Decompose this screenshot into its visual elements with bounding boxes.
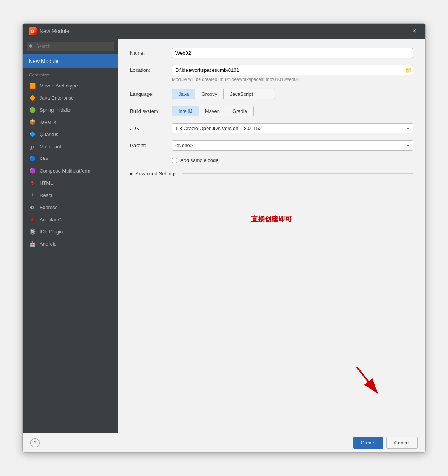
sidebar-item-ktor[interactable]: 🔵 Ktor — [23, 152, 118, 165]
sidebar-item-label: Quarkus — [40, 132, 58, 137]
sidebar: New Module Generators 🟧 Maven Archetype … — [23, 39, 118, 433]
parent-select-wrapper: <None> — [172, 140, 413, 151]
language-more-button[interactable]: + — [259, 89, 275, 99]
new-module-dialog: IJ New Module ✕ New Module Generators 🟧 … — [22, 23, 426, 453]
javafx-icon: 📦 — [29, 119, 36, 125]
annotation-text: 直接创建即可 — [130, 214, 413, 224]
close-button[interactable]: ✕ — [410, 27, 419, 35]
sidebar-item-label: Angular CLI — [40, 217, 66, 222]
maven-archetype-icon: 🟧 — [29, 82, 36, 89]
advanced-chevron-icon: ▶ — [130, 171, 133, 176]
build-system-row: Build system: IntelliJ Maven Gradle — [130, 106, 413, 116]
html-icon: 5 — [29, 179, 36, 186]
sidebar-item-javafx[interactable]: 📦 JavaFX — [23, 116, 118, 128]
sample-code-label[interactable]: Add sample code — [180, 157, 218, 163]
generators-label: Generators — [23, 68, 118, 79]
sidebar-item-label: IDE Plugin — [40, 229, 63, 235]
arrow-annotation — [349, 363, 387, 402]
svg-line-1 — [357, 367, 378, 393]
search-wrapper — [27, 42, 114, 51]
sidebar-item-ide-plugin[interactable]: 🔘 IDE Plugin — [23, 225, 118, 238]
sidebar-item-android[interactable]: 🤖 Android — [23, 238, 118, 250]
browse-folder-button[interactable]: 📁 — [405, 67, 411, 73]
sidebar-item-quarkus[interactable]: 🔷 Quarkus — [23, 128, 118, 140]
build-system-label: Build system: — [130, 106, 172, 114]
build-system-control: IntelliJ Maven Gradle — [172, 106, 413, 116]
sidebar-item-label: Android — [40, 241, 57, 247]
sample-code-checkbox[interactable] — [172, 158, 177, 163]
arrow-svg — [349, 363, 387, 401]
sidebar-item-label: Compose Multiplatform — [40, 168, 91, 174]
jdk-control: 1.8 Oracle OpenJDK version 1.8.0_152 — [172, 123, 413, 133]
location-input[interactable] — [172, 65, 413, 75]
jdk-row: JDK: 1.8 Oracle OpenJDK version 1.8.0_15… — [130, 123, 413, 133]
parent-select[interactable]: <None> — [172, 140, 413, 151]
location-control: 📁 Module will be created in: D:\ideawork… — [172, 65, 413, 82]
sidebar-item-label: Ktor — [40, 156, 49, 162]
language-javascript-button[interactable]: JavaScript — [224, 89, 259, 99]
language-control: Java Groovy JavaScript + — [172, 89, 413, 99]
ide-plugin-icon: 🔘 — [29, 228, 36, 235]
language-java-button[interactable]: Java — [172, 89, 195, 99]
advanced-settings-label: Advanced Settings — [135, 171, 176, 176]
app-icon: IJ — [29, 27, 37, 35]
language-row: Language: Java Groovy JavaScript + — [130, 89, 413, 99]
search-box — [23, 39, 118, 54]
cancel-button[interactable]: Cancel — [386, 437, 418, 449]
sidebar-item-react[interactable]: ⚛ React — [23, 189, 118, 201]
sidebar-item-java-enterprise[interactable]: 🔶 Java Enterprise — [23, 92, 118, 104]
sidebar-item-label: HTML — [40, 180, 53, 186]
create-button[interactable]: Create — [353, 437, 383, 449]
sample-code-row: Add sample code — [172, 157, 413, 163]
java-enterprise-icon: 🔶 — [29, 94, 36, 101]
parent-control: <None> — [172, 140, 413, 151]
jdk-select[interactable]: 1.8 Oracle OpenJDK version 1.8.0_152 — [172, 123, 413, 133]
parent-label: Parent: — [130, 140, 172, 148]
sidebar-item-label: Java Enterprise — [40, 95, 74, 101]
location-hint: Module will be created in: D:\ideaworksp… — [172, 77, 413, 82]
sidebar-item-label: Micronaut — [40, 144, 61, 149]
advanced-settings-row[interactable]: ▶ Advanced Settings — [130, 171, 413, 176]
name-label: Name: — [130, 48, 172, 56]
dialog-body: New Module Generators 🟧 Maven Archetype … — [23, 39, 425, 433]
sidebar-item-label: JavaFX — [40, 119, 56, 125]
sidebar-item-express[interactable]: ex Express — [23, 201, 118, 213]
build-gradle-button[interactable]: Gradle — [226, 106, 253, 116]
sidebar-item-label: Express — [40, 205, 57, 210]
help-button[interactable]: ? — [30, 438, 40, 447]
sidebar-item-angular-cli[interactable]: ▲ Angular CLI — [23, 213, 118, 225]
name-input[interactable] — [172, 48, 413, 58]
title-bar-left: IJ New Module — [29, 27, 69, 35]
main-content: Name: Location: 📁 Module will be created… — [118, 39, 425, 433]
express-icon: ex — [29, 204, 36, 211]
sidebar-item-html[interactable]: 5 HTML — [23, 177, 118, 189]
sidebar-active-item[interactable]: New Module — [23, 54, 118, 68]
sidebar-item-spring-initializr[interactable]: 🟢 Spring Initializr — [23, 104, 118, 116]
sidebar-item-micronaut[interactable]: μ Micronaut — [23, 140, 118, 152]
dialog-footer: ? Create Cancel — [23, 433, 425, 452]
sidebar-item-maven-archetype[interactable]: 🟧 Maven Archetype — [23, 79, 118, 92]
footer-buttons: Create Cancel — [353, 437, 418, 449]
language-groovy-button[interactable]: Groovy — [195, 89, 224, 99]
sidebar-item-label: Spring Initializr — [40, 107, 72, 113]
ktor-icon: 🔵 — [29, 155, 36, 162]
build-intellij-button[interactable]: IntelliJ — [172, 106, 199, 116]
sidebar-item-compose-multiplatform[interactable]: 🟣 Compose Multiplatform — [23, 165, 118, 177]
name-control — [172, 48, 413, 58]
language-label: Language: — [130, 89, 172, 97]
sidebar-item-label: Maven Archetype — [40, 83, 78, 89]
spring-initializr-icon: 🟢 — [29, 106, 36, 113]
parent-row: Parent: <None> — [130, 140, 413, 151]
compose-icon: 🟣 — [29, 167, 36, 174]
search-input[interactable] — [27, 42, 114, 51]
build-system-button-group: IntelliJ Maven Gradle — [172, 106, 254, 116]
android-icon: 🤖 — [29, 240, 36, 247]
name-row: Name: — [130, 48, 413, 58]
language-button-group: Java Groovy JavaScript + — [172, 89, 275, 99]
jdk-select-wrapper: 1.8 Oracle OpenJDK version 1.8.0_152 — [172, 123, 413, 133]
dialog-title: New Module — [40, 28, 69, 34]
sidebar-item-label: React — [40, 192, 52, 198]
location-label: Location: — [130, 65, 172, 73]
build-maven-button[interactable]: Maven — [199, 106, 226, 116]
jdk-label: JDK: — [130, 123, 172, 131]
